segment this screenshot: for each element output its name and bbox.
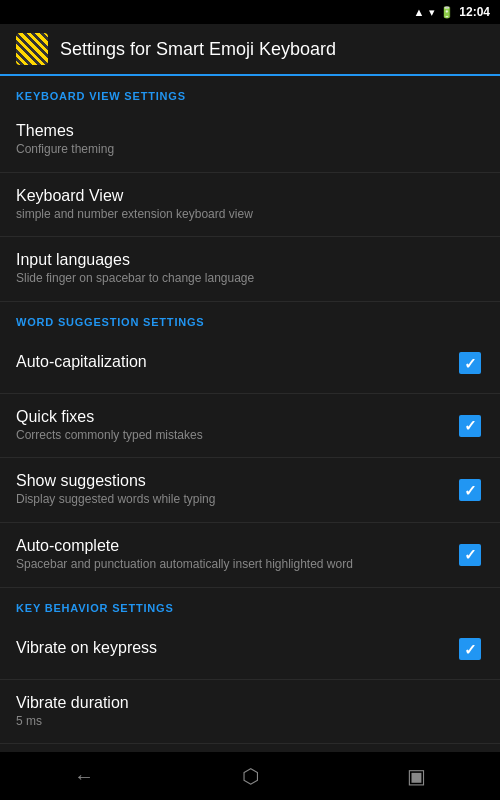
setting-input-languages-content: Input languages Slide finger on spacebar… — [16, 251, 484, 287]
battery-icon: 🔋 — [440, 6, 454, 19]
setting-auto-complete-content: Auto-complete Spacebar and punctuation a… — [16, 537, 456, 573]
setting-input-languages-subtitle: Slide finger on spacebar to change langu… — [16, 271, 472, 287]
setting-auto-capitalization[interactable]: Auto-capitalization — [0, 334, 500, 394]
setting-themes-content: Themes Configure theming — [16, 122, 484, 158]
nav-recents-button[interactable]: ▣ — [383, 756, 450, 796]
section-header-key-behavior: KEY BEHAVIOR SETTINGS — [0, 588, 500, 620]
setting-themes-title: Themes — [16, 122, 472, 140]
setting-input-languages-title: Input languages — [16, 251, 472, 269]
setting-themes[interactable]: Themes Configure theming — [0, 108, 500, 173]
setting-vibrate-keypress-title: Vibrate on keypress — [16, 639, 444, 657]
auto-complete-checkbox-container[interactable] — [456, 541, 484, 569]
quick-fixes-checkbox-container[interactable] — [456, 412, 484, 440]
settings-content: KEYBOARD VIEW SETTINGS Themes Configure … — [0, 76, 500, 752]
setting-quick-fixes[interactable]: Quick fixes Corrects commonly typed mist… — [0, 394, 500, 459]
setting-vibrate-duration[interactable]: Vibrate duration 5 ms — [0, 680, 500, 745]
quick-fixes-checkbox[interactable] — [459, 415, 481, 437]
nav-home-button[interactable]: ⬡ — [218, 756, 283, 796]
setting-auto-complete-subtitle: Spacebar and punctuation automatically i… — [16, 557, 444, 573]
setting-themes-subtitle: Configure theming — [16, 142, 472, 158]
vibrate-keypress-checkbox-container[interactable] — [456, 635, 484, 663]
setting-vibrate-duration-subtitle: 5 ms — [16, 714, 472, 730]
setting-auto-cap-title: Auto-capitalization — [16, 353, 444, 371]
setting-quick-fixes-content: Quick fixes Corrects commonly typed mist… — [16, 408, 456, 444]
signal-icon: ▲ — [413, 6, 424, 18]
setting-show-suggestions-content: Show suggestions Display suggested words… — [16, 472, 456, 508]
show-suggestions-checkbox[interactable] — [459, 479, 481, 501]
setting-quick-fixes-title: Quick fixes — [16, 408, 444, 426]
setting-keyboard-view-title: Keyboard View — [16, 187, 472, 205]
setting-vibrate-keypress[interactable]: Vibrate on keypress — [0, 620, 500, 680]
setting-auto-cap-content: Auto-capitalization — [16, 353, 456, 373]
nav-back-button[interactable]: ← — [50, 757, 118, 796]
setting-input-languages[interactable]: Input languages Slide finger on spacebar… — [0, 237, 500, 302]
auto-cap-checkbox[interactable] — [459, 352, 481, 374]
setting-vibrate-duration-content: Vibrate duration 5 ms — [16, 694, 484, 730]
status-bar: ▲ ▾ 🔋 12:04 — [0, 0, 500, 24]
setting-show-suggestions[interactable]: Show suggestions Display suggested words… — [0, 458, 500, 523]
show-suggestions-checkbox-container[interactable] — [456, 476, 484, 504]
setting-vibrate-keypress-content: Vibrate on keypress — [16, 639, 456, 659]
setting-auto-complete-title: Auto-complete — [16, 537, 444, 555]
setting-sound-keypress[interactable]: Sound on keypress — [0, 744, 500, 752]
wifi-icon: ▾ — [429, 6, 435, 19]
setting-show-suggestions-title: Show suggestions — [16, 472, 444, 490]
nav-bar: ← ⬡ ▣ — [0, 752, 500, 800]
page-title: Settings for Smart Emoji Keyboard — [60, 39, 336, 60]
setting-keyboard-view[interactable]: Keyboard View simple and number extensio… — [0, 173, 500, 238]
setting-vibrate-duration-title: Vibrate duration — [16, 694, 472, 712]
setting-keyboard-view-subtitle: simple and number extension keyboard vie… — [16, 207, 472, 223]
vibrate-keypress-checkbox[interactable] — [459, 638, 481, 660]
app-icon — [16, 33, 48, 65]
setting-auto-complete[interactable]: Auto-complete Spacebar and punctuation a… — [0, 523, 500, 588]
auto-complete-checkbox[interactable] — [459, 544, 481, 566]
title-bar: Settings for Smart Emoji Keyboard — [0, 24, 500, 76]
setting-show-suggestions-subtitle: Display suggested words while typing — [16, 492, 444, 508]
status-time: 12:04 — [459, 5, 490, 19]
status-icons: ▲ ▾ 🔋 12:04 — [413, 5, 490, 19]
auto-cap-checkbox-container[interactable] — [456, 349, 484, 377]
setting-quick-fixes-subtitle: Corrects commonly typed mistakes — [16, 428, 444, 444]
section-header-word-suggestion: WORD SUGGESTION SETTINGS — [0, 302, 500, 334]
section-header-keyboard-view: KEYBOARD VIEW SETTINGS — [0, 76, 500, 108]
setting-keyboard-view-content: Keyboard View simple and number extensio… — [16, 187, 484, 223]
